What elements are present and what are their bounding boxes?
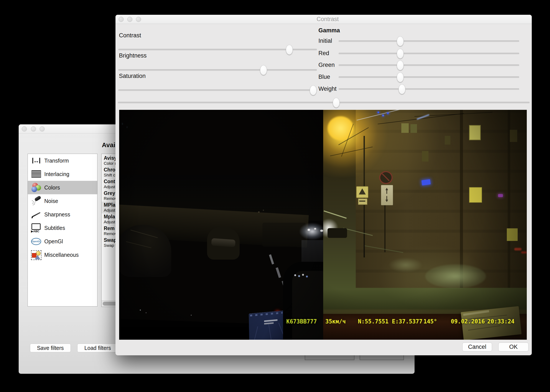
brightness-slider[interactable] [118,69,317,71]
slider-knob[interactable] [397,72,404,82]
preview-original-half [119,110,323,340]
overlay-time: 20:33:24 [487,318,515,325]
lit-window [469,187,482,203]
close-icon[interactable] [22,126,27,132]
ok-button[interactable]: OK [498,343,529,351]
contrast-slider[interactable] [118,49,317,50]
gamma-initial-slider[interactable] [339,40,519,42]
close-icon[interactable] [118,17,124,22]
slider-knob[interactable] [397,36,404,46]
lit-window [411,124,417,133]
noise-icon [31,196,42,206]
slider-knob[interactable] [397,60,404,70]
sharpness-icon [31,210,42,219]
contrast-dialog-titlebar[interactable]: Contrast [115,15,532,24]
filter-category-list[interactable]: ↔ Transform Interlacing Colors Noise Sha… [28,154,97,307]
sidebar-item-interlacing[interactable]: Interlacing [28,167,97,181]
lit-window [445,136,450,145]
preview-filtered-half [323,110,527,340]
video-preview: К673ВВ777 35км/ч N:55.7551 E:37.5377 145… [119,110,527,340]
minimize-icon[interactable] [31,126,36,132]
overlay-speed: 35км/ч [325,318,346,325]
clapperboard-icon [308,17,314,22]
no-stopping-sign [379,171,393,184]
lit-window [507,228,518,241]
screenshot: Avai ↔ Transform Interlacing Colors Nois… [0,0,550,392]
save-filters-button[interactable]: Save filters [30,343,71,352]
slider-knob[interactable] [398,84,405,94]
overlay-bearing: 145° [424,318,437,325]
transform-icon: ↔ [31,156,42,166]
overlay-gps: N:55.7551 E:37.5377 [358,318,422,325]
snow-mound [425,264,486,288]
gamma-green-label: Green [318,62,335,68]
gamma-red-slider[interactable] [339,53,519,54]
headlight-glow [299,223,323,240]
slider-knob[interactable] [397,49,404,59]
parked-car [119,225,171,277]
gamma-green-slider[interactable] [339,64,519,66]
lit-window [422,151,428,161]
minimize-icon[interactable] [127,17,132,22]
lit-window [469,125,481,140]
dialog-title: Contrast [316,16,339,23]
saturation-slider[interactable] [118,89,317,91]
sidebar-item-noise[interactable]: Noise [28,194,97,208]
preview-scrub-slider[interactable] [118,102,529,103]
slider-knob[interactable] [286,45,293,55]
sidebar-item-colors[interactable]: Colors [28,181,97,194]
gamma-weight-label: Weight [318,85,337,92]
miscellaneous-icon [31,250,42,260]
sidebar-item-opengl[interactable]: OpenGL OpenGl [28,235,97,248]
overlay-plate: К673ВВ777 [286,318,317,325]
saturation-label: Saturation [119,73,146,79]
crossing-sign [356,186,368,198]
lit-window [510,130,517,142]
gamma-weight-slider[interactable] [339,88,519,90]
brightness-label: Brightness [119,52,147,59]
zoom-icon[interactable] [40,126,45,132]
purple-light [498,194,503,197]
sidebar-item-miscellaneous[interactable]: Miscellaneous [28,248,97,262]
gamma-blue-slider[interactable] [339,77,519,78]
dashcam-mount-silhouette [283,262,323,340]
sidebar-item-sharpness[interactable]: Sharpness [28,208,97,221]
contrast-dialog: Contrast Contrast Brightness Saturation … [115,15,532,355]
interlacing-icon [31,169,42,179]
subtitles-icon: ▶ABC [31,223,42,233]
gamma-blue-label: Blue [318,74,330,80]
gamma-heading: Gamma [318,27,340,34]
contrast-label: Contrast [119,32,141,39]
sign-plate [358,198,368,205]
sidebar-item-subtitles[interactable]: ▶ABC Subtitles [28,221,97,235]
opengl-icon: OpenGL [31,236,42,246]
gamma-initial-label: Initial [318,38,332,44]
cancel-button[interactable]: Cancel [462,343,492,351]
zoom-icon[interactable] [136,17,141,22]
sidebar-item-transform[interactable]: ↔ Transform [28,154,97,167]
available-filters-heading: Avai [102,141,115,149]
slider-knob[interactable] [310,85,317,95]
gamma-red-label: Red [318,50,329,57]
overlay-date: 09.02.2016 [451,318,485,325]
slider-knob[interactable] [260,65,267,75]
white-sign [381,185,393,205]
load-filters-button[interactable]: Load filters [77,343,118,352]
slider-knob[interactable] [333,98,340,108]
lit-window [401,123,409,133]
colors-icon [31,182,42,193]
